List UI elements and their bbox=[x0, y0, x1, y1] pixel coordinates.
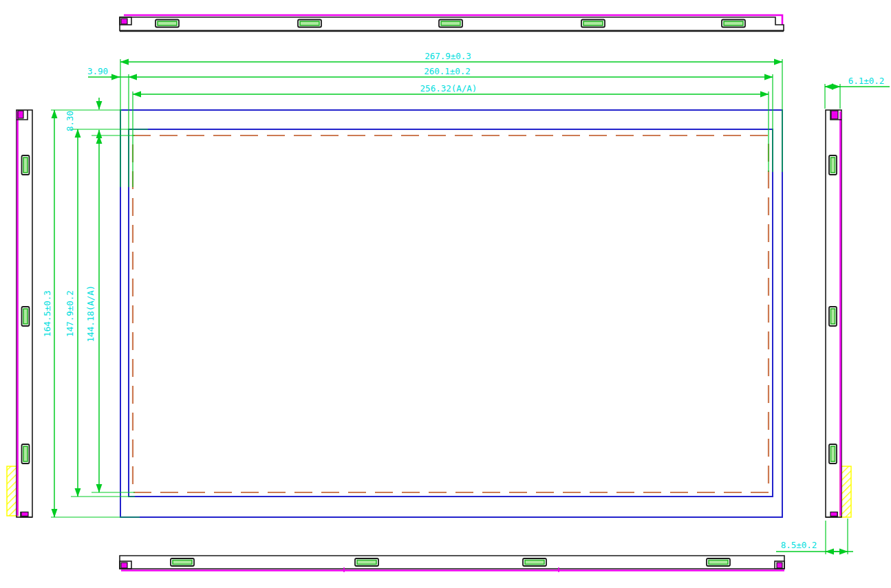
mounting-tab bbox=[155, 20, 179, 28]
dim-label-width-bezel: 260.1±0.2 bbox=[424, 66, 471, 76]
mounting-tab bbox=[829, 307, 837, 326]
dim-label-offset-top: 8.30 bbox=[65, 111, 75, 131]
mounting-tab bbox=[707, 558, 730, 566]
dim-label-height-outline: 164.5±0.3 bbox=[42, 290, 52, 337]
right-side-bottom-notch-fill bbox=[830, 512, 837, 516]
dim-label-width-outline: 267.9±0.3 bbox=[425, 51, 471, 61]
active-area-rect bbox=[133, 135, 769, 492]
drawing-canvas: 267.9±0.3 260.1±0.2 256.32(A/A) 3.90 164… bbox=[0, 0, 891, 588]
dim-label-side-thickness: 6.1±0.2 bbox=[848, 76, 885, 86]
mounting-tab bbox=[171, 558, 194, 566]
top-view bbox=[120, 15, 784, 31]
right-side-view bbox=[826, 110, 851, 517]
left-side-bottom-notch-fill bbox=[21, 512, 28, 516]
mounting-tab bbox=[829, 444, 837, 464]
bottom-view-body bbox=[120, 556, 784, 569]
bottom-view bbox=[120, 556, 784, 572]
mounting-tab bbox=[355, 558, 378, 566]
mounting-tab bbox=[581, 20, 605, 28]
bottom-view-right-notch-fill bbox=[777, 563, 782, 568]
mounting-tab bbox=[523, 558, 546, 566]
mounting-tab bbox=[722, 20, 745, 28]
dimension-offset-left: 3.90 bbox=[87, 66, 129, 77]
panel-outline-rect bbox=[120, 110, 782, 517]
mounting-tab bbox=[22, 307, 30, 326]
top-view-left-notch-fill bbox=[121, 19, 127, 24]
mounting-tab bbox=[298, 20, 321, 28]
right-side-top-notch-fill bbox=[831, 111, 838, 119]
dimension-height-active: 144.18(A/A) bbox=[85, 135, 135, 492]
mounting-tab bbox=[22, 444, 30, 464]
dimension-side-thickness-total: 8.5±0.2 bbox=[776, 519, 853, 554]
dimension-side-thickness: 6.1±0.2 bbox=[825, 76, 890, 109]
mounting-tab bbox=[829, 155, 837, 175]
bottom-view-left-notch-fill bbox=[121, 563, 127, 568]
left-side-top-notch-fill bbox=[18, 111, 23, 118]
dim-label-side-thickness-total: 8.5±0.2 bbox=[781, 540, 817, 550]
bezel-opening-rect bbox=[129, 129, 773, 497]
front-view bbox=[120, 110, 782, 517]
dim-label-height-active: 144.18(A/A) bbox=[85, 285, 96, 342]
dim-label-height-bezel: 147.9±0.2 bbox=[65, 290, 75, 337]
left-side-view bbox=[7, 110, 32, 517]
mounting-tab bbox=[439, 20, 462, 28]
dimension-height-bezel: 147.9±0.2 bbox=[65, 129, 148, 497]
dim-label-offset-left: 3.90 bbox=[87, 66, 108, 76]
outline-drawing: 267.9±0.3 260.1±0.2 256.32(A/A) 3.90 164… bbox=[0, 0, 891, 588]
dim-label-width-active: 256.32(A/A) bbox=[420, 83, 477, 94]
mounting-tab bbox=[22, 155, 30, 175]
